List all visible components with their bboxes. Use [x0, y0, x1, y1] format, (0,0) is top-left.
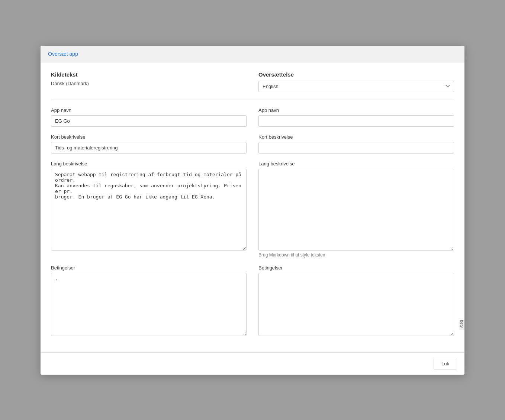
source-short-desc-input[interactable]: [51, 142, 247, 154]
source-app-name-field: App navn: [51, 107, 247, 127]
translation-language-select[interactable]: English Deutsch Español Français: [258, 81, 454, 92]
translation-heading-group: Oversættelse English Deutsch Español Fra…: [258, 71, 454, 92]
close-button[interactable]: Luk: [434, 358, 457, 369]
modal-dialog: Oversæt app Kildetekst Dansk (Danmark) O…: [41, 46, 464, 375]
translation-app-name-label: App navn: [258, 107, 454, 113]
source-conditions-textarea[interactable]: [51, 273, 247, 336]
side-truncated-area: bety: [459, 320, 464, 330]
modal-overlay: Oversæt app Kildetekst Dansk (Danmark) O…: [0, 0, 505, 420]
source-app-name-label: App navn: [51, 107, 247, 113]
headings-row: Kildetekst Dansk (Danmark) Oversættelse …: [51, 71, 454, 92]
translation-long-desc-textarea[interactable]: [258, 169, 454, 251]
translation-conditions-field: Betingelser: [258, 265, 454, 336]
translation-app-name-input[interactable]: [258, 115, 454, 127]
modal-header: Oversæt app: [41, 46, 464, 62]
translation-long-desc-field: Lang beskrivelse Brug Markdown til at st…: [258, 161, 454, 258]
modal-footer: Luk: [41, 352, 464, 375]
source-short-desc-label: Kort beskrivelse: [51, 134, 247, 140]
modal-title: Oversæt app: [48, 51, 78, 57]
app-name-row: App navn App navn: [51, 107, 454, 134]
conditions-row: Betingelser Betingelser: [51, 265, 454, 343]
short-desc-row: Kort beskrivelse Kort beskrivelse: [51, 134, 454, 161]
side-truncated-label: bety: [460, 320, 464, 328]
source-heading-group: Kildetekst Dansk (Danmark): [51, 71, 247, 92]
source-short-desc-field: Kort beskrivelse: [51, 134, 247, 154]
source-app-name-input[interactable]: [51, 115, 247, 127]
translation-conditions-label: Betingelser: [258, 265, 454, 271]
source-heading: Kildetekst: [51, 71, 247, 78]
translation-short-desc-label: Kort beskrivelse: [258, 134, 454, 140]
translation-app-name-field: App navn: [258, 107, 454, 127]
source-conditions-label: Betingelser: [51, 265, 247, 271]
translation-conditions-textarea[interactable]: [258, 273, 454, 336]
source-conditions-field: Betingelser: [51, 265, 247, 336]
source-long-desc-field: Lang beskrivelse: [51, 161, 247, 258]
translation-heading: Oversættelse: [258, 71, 454, 78]
modal-scroll-content[interactable]: Kildetekst Dansk (Danmark) Oversættelse …: [41, 62, 464, 352]
source-long-desc-label: Lang beskrivelse: [51, 161, 247, 167]
translation-short-desc-input[interactable]: [258, 142, 454, 154]
long-desc-row: Lang beskrivelse Lang beskrivelse Brug M…: [51, 161, 454, 265]
translation-long-desc-label: Lang beskrivelse: [258, 161, 454, 167]
source-long-desc-textarea[interactable]: [51, 169, 247, 251]
divider-1: [51, 100, 454, 100]
source-language: Dansk (Danmark): [51, 81, 247, 86]
markdown-hint: Brug Markdown til at style teksten: [258, 252, 454, 258]
translation-short-desc-field: Kort beskrivelse: [258, 134, 454, 154]
translation-language-field: English Deutsch Español Français: [258, 81, 454, 92]
modal-body: Kildetekst Dansk (Danmark) Oversættelse …: [41, 62, 464, 352]
